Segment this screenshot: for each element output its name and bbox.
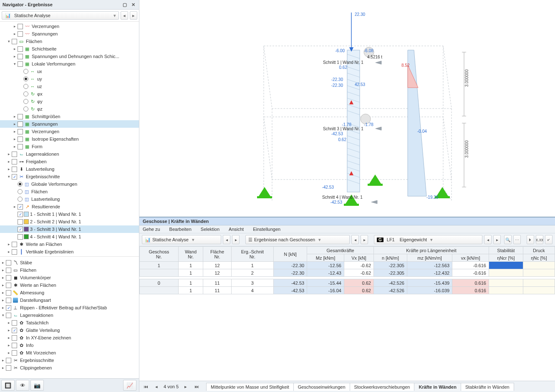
prev-button[interactable]: ◂ <box>351 235 359 244</box>
tab-story-actions[interactable]: Geschosseinwirkungen <box>293 383 350 391</box>
tree-item[interactable]: Flächen <box>20 268 137 273</box>
tree-item[interactable]: Lokale Verformungen <box>32 61 137 66</box>
tree-item[interactable]: Freigaben <box>26 159 137 164</box>
tree-item[interactable]: Ergebnisschnitte <box>26 174 137 179</box>
tree-item[interactable]: Lastverteilung <box>31 197 137 202</box>
checkbox[interactable] <box>12 350 17 356</box>
expand-toggle[interactable] <box>12 144 18 149</box>
checkbox[interactable] <box>18 204 23 210</box>
checkbox[interactable] <box>6 290 11 296</box>
tree-item[interactable]: Verzerrungen <box>32 24 137 29</box>
expand-toggle[interactable] <box>0 276 6 280</box>
loadcase-dropdown[interactable]: G LF1 Eigengewicht ▾ <box>374 235 482 244</box>
checkbox[interactable] <box>6 268 11 273</box>
checkbox[interactable] <box>6 275 11 281</box>
tree-item[interactable]: Werte an Flächen <box>20 283 137 288</box>
checkbox[interactable] <box>18 129 23 134</box>
tree-item[interactable]: In XY-Ebene zeichnen <box>26 335 137 340</box>
expand-toggle[interactable] <box>6 321 12 325</box>
checkbox[interactable] <box>6 298 11 303</box>
options-button[interactable]: ⋯ <box>513 235 521 244</box>
expand-toggle[interactable] <box>0 298 6 302</box>
expand-toggle[interactable] <box>6 336 12 340</box>
expand-toggle[interactable] <box>12 129 18 134</box>
checkbox[interactable] <box>12 249 17 255</box>
tree-item[interactable]: Flächen <box>26 39 137 44</box>
tree-item[interactable]: 3 - Schnitt 3 | Wand Nr. 1 <box>30 227 137 232</box>
checkbox[interactable] <box>12 152 17 157</box>
results-grid[interactable]: GeschossNr. WandNr. FlächeNr. Erg.-Schni… <box>139 246 555 381</box>
tree-item[interactable]: Volumenkörper <box>20 275 137 280</box>
checkbox[interactable] <box>12 320 17 326</box>
expand-toggle[interactable] <box>0 268 6 272</box>
precision-button[interactable]: x.xx <box>536 235 543 244</box>
expand-toggle[interactable] <box>0 283 6 287</box>
tree-item[interactable]: Spannungen und Dehnungen nach Schic... <box>32 54 137 59</box>
tab-displacements[interactable]: Stockwerksverschiebungen <box>350 383 415 391</box>
expand-toggle[interactable] <box>6 152 12 156</box>
tree-item[interactable]: uy <box>37 76 137 81</box>
tree-item[interactable]: Abmessung <box>20 290 137 295</box>
radio[interactable] <box>23 76 28 81</box>
checkbox[interactable] <box>12 343 17 348</box>
tree-item[interactable]: Verzerrungen <box>32 129 137 134</box>
menu-view[interactable]: Ansicht <box>229 227 244 232</box>
checkbox[interactable] <box>18 227 23 232</box>
tab-wall-forces[interactable]: Kräfte in Wänden <box>414 383 461 391</box>
tab-bar-forces[interactable]: Stabkräfte in Wänden <box>461 383 514 391</box>
tool-button-camera[interactable]: 📷 <box>30 380 44 391</box>
menu-edit[interactable]: Bearbeiten <box>169 227 192 232</box>
tree-item[interactable]: Darstellungsart <box>20 298 137 303</box>
tree-item[interactable]: φz <box>37 106 137 111</box>
checkbox[interactable] <box>18 46 23 52</box>
prev-analysis-button[interactable]: ◂ <box>121 11 128 20</box>
tree-item[interactable]: 4 - Schnitt 4 | Wand Nr. 1 <box>30 234 137 239</box>
checkbox[interactable] <box>18 212 23 217</box>
checkbox[interactable] <box>18 61 23 67</box>
checkbox[interactable] <box>18 54 23 59</box>
tool-button-diagram[interactable]: 📈 <box>123 380 136 391</box>
expand-toggle[interactable] <box>12 137 18 141</box>
radio[interactable] <box>23 91 28 96</box>
tab-mass[interactable]: Mittelpunkte von Masse und Steifigkeit <box>206 383 294 391</box>
tree-item[interactable]: φy <box>37 99 137 104</box>
checkbox[interactable] <box>18 121 23 127</box>
expand-toggle[interactable] <box>0 291 6 295</box>
next-button[interactable]: ▸ <box>361 235 368 244</box>
tree-item[interactable]: Mit Vorzeichen <box>26 350 137 355</box>
radio[interactable] <box>23 84 28 89</box>
expand-toggle[interactable] <box>6 351 12 355</box>
next-record[interactable]: ▸ <box>182 382 189 391</box>
close-icon[interactable]: ✕ <box>130 1 136 8</box>
menu-selection[interactable]: Selektion <box>201 227 219 232</box>
tree-item[interactable]: Spannungen <box>32 121 137 126</box>
tree-item[interactable]: Info <box>26 343 137 348</box>
tree-item[interactable]: Globale Verformungen <box>31 182 137 187</box>
expand-toggle[interactable] <box>6 167 12 171</box>
radio[interactable] <box>18 197 23 202</box>
tree-item[interactable]: Form <box>32 144 137 149</box>
tree-item[interactable]: Schichtseite <box>32 46 137 51</box>
expand-toggle[interactable] <box>12 114 18 119</box>
expand-toggle[interactable] <box>0 306 6 310</box>
expand-toggle[interactable] <box>6 159 12 164</box>
pin-icon[interactable]: ▢ <box>121 1 128 8</box>
table-row[interactable]: 1122-22.30-12.43-0.62-22.305-12.432-0.61… <box>140 269 555 277</box>
tree-item[interactable]: Clippingebenen <box>20 365 137 370</box>
checkbox[interactable] <box>18 31 23 37</box>
checkbox[interactable] <box>18 114 23 119</box>
next-analysis-button[interactable]: ▸ <box>130 11 137 20</box>
apply-button[interactable]: 🗸 <box>545 235 552 244</box>
radio[interactable] <box>18 189 23 194</box>
tree-item[interactable]: 2 - Schnitt 2 | Wand Nr. 1 <box>30 219 137 224</box>
navigator-tree[interactable]: 〰Verzerrungen 〰Spannungen ▭Flächen ▦Schi… <box>0 22 139 378</box>
tree-item[interactable]: Tatsächlich <box>26 320 137 325</box>
tree-item[interactable]: Resultierende <box>32 204 137 209</box>
menu-settings[interactable]: Einstellungen <box>253 227 280 232</box>
tree-item[interactable]: Lastverteilung <box>26 167 137 172</box>
checkbox[interactable] <box>6 358 11 363</box>
expand-toggle[interactable] <box>6 242 12 246</box>
expand-toggle[interactable] <box>0 260 6 265</box>
expand-toggle[interactable] <box>0 313 6 317</box>
checkbox[interactable] <box>6 365 11 371</box>
